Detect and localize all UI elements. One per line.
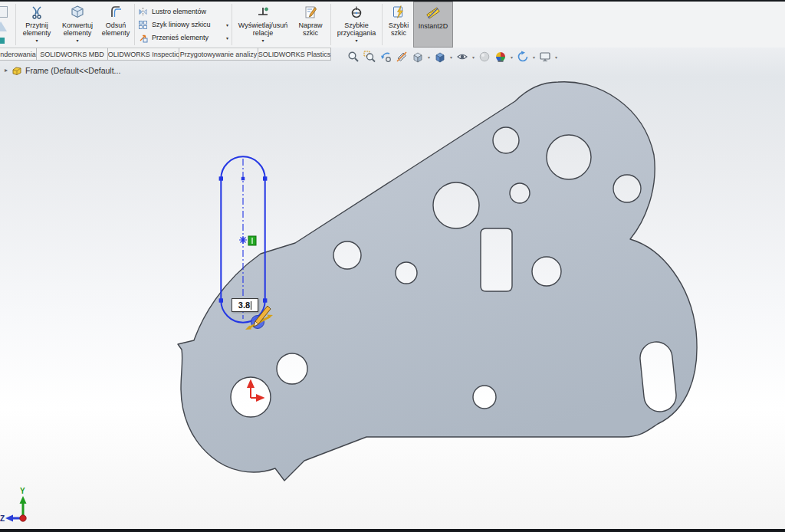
zoom-to-area-icon[interactable]	[363, 50, 376, 64]
edit-appearance-icon[interactable]	[478, 50, 491, 64]
tab-analysis-preparation[interactable]: Przygotowywanie analizy	[179, 48, 258, 61]
part-body[interactable]	[178, 82, 697, 481]
dropdown-caret-icon[interactable]: ▾	[450, 54, 452, 60]
tab-solidworks-mbd[interactable]: SOLIDWORKS MBD	[36, 48, 108, 61]
view-settings-icon[interactable]	[516, 50, 530, 64]
tree-expand-arrow-icon[interactable]: ▸	[5, 67, 8, 74]
tab-rendering-tools[interactable]: nderowania	[0, 48, 37, 61]
tab-solidworks-plastics[interactable]: SOLIDWORKS Plastics	[258, 48, 331, 61]
feature-tree-root[interactable]: ▸ Frame (Default<<Default...	[5, 65, 120, 75]
dropdown-caret-icon[interactable]: ▾	[428, 54, 430, 60]
solidworks-window: Przytnij elementy ▾ Konwertuj elementy ▾…	[0, 0, 785, 532]
dropdown-caret-icon[interactable]: ▾	[555, 54, 557, 60]
text-cursor	[251, 301, 251, 310]
tree-root-label[interactable]: Frame (Default<<Default...	[25, 66, 120, 75]
commandmanager-tabs: nderowania SOLIDWORKS MBD SOLIDWORKS Ins…	[0, 48, 331, 61]
model-canvas[interactable]: Y Z	[0, 0, 785, 532]
hide-show-items-icon[interactable]	[455, 50, 469, 64]
display-settings-icon[interactable]	[538, 50, 552, 64]
zoom-to-fit-icon[interactable]	[347, 50, 360, 64]
display-style-icon[interactable]	[433, 50, 447, 64]
headsup-view-toolbar: ▾ ▾ ▾ ▾ ▾ ▾	[347, 48, 558, 65]
tab-solidworks-inspection[interactable]: SOLIDWORKS Inspection	[107, 48, 179, 61]
dropdown-caret-icon[interactable]: ▾	[533, 54, 535, 60]
dimension-value: 3.8	[238, 300, 250, 310]
tab-label: SOLIDWORKS Inspection	[107, 51, 179, 58]
reference-triad: Y Z	[0, 487, 27, 523]
tab-label: SOLIDWORKS Plastics	[258, 51, 331, 58]
dimension-input[interactable]: 3.8	[232, 298, 258, 312]
midpoint-relation-badge[interactable]	[248, 236, 256, 245]
section-view-icon[interactable]	[395, 50, 409, 64]
sketch-origin[interactable]	[248, 381, 264, 401]
view-orientation-icon[interactable]	[411, 50, 425, 64]
dropdown-caret-icon[interactable]: ▾	[472, 54, 475, 60]
previous-view-icon[interactable]	[379, 50, 392, 64]
triad-y-label: Y	[20, 487, 25, 495]
tab-label: Przygotowywanie analizy	[180, 51, 258, 58]
dropdown-caret-icon[interactable]: ▾	[511, 54, 513, 60]
part-icon	[11, 65, 22, 75]
tab-label: SOLIDWORKS MBD	[40, 51, 104, 58]
triad-z-label: Z	[0, 514, 5, 523]
apply-scene-icon[interactable]	[494, 50, 507, 64]
tab-label: nderowania	[0, 51, 36, 58]
slot-center-point[interactable]	[239, 236, 247, 244]
